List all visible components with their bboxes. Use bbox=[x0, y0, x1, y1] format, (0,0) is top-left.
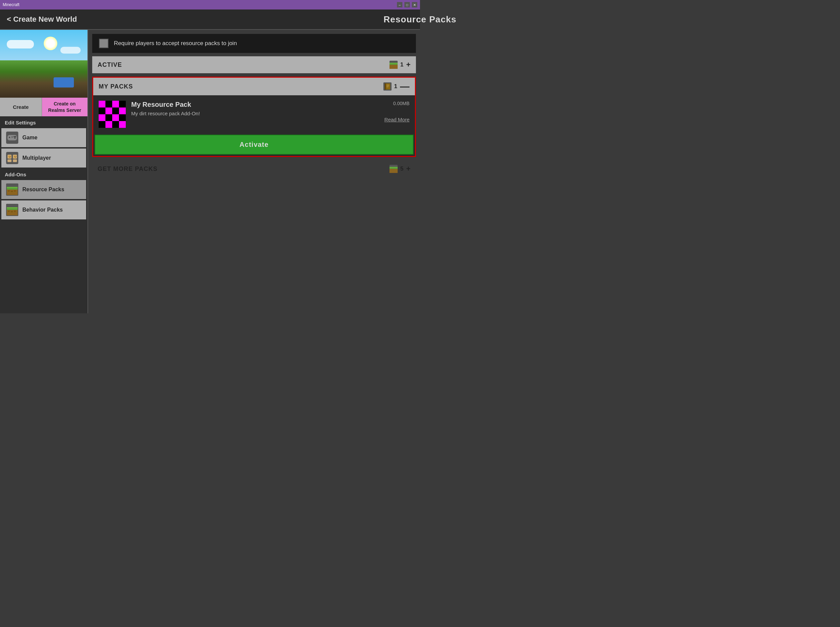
my-packs-count: 1 bbox=[394, 83, 397, 90]
svg-rect-37 bbox=[390, 65, 398, 69]
addon-item-behavior-packs[interactable]: Behavior Packs bbox=[2, 200, 86, 219]
window-controls: – □ ✕ bbox=[397, 2, 417, 8]
activate-button[interactable]: Activate bbox=[94, 135, 414, 154]
svg-rect-24 bbox=[7, 187, 17, 188]
create-realms-button[interactable]: Create onRealms Server bbox=[42, 98, 88, 116]
addon-item-resource-packs[interactable]: Resource Packs bbox=[2, 180, 86, 199]
action-buttons: Create Create onRealms Server bbox=[0, 98, 88, 116]
my-packs-header-right: 1 — bbox=[384, 82, 409, 91]
close-button[interactable]: ✕ bbox=[412, 2, 417, 8]
svg-rect-45 bbox=[99, 101, 105, 107]
world-preview bbox=[0, 30, 88, 98]
svg-rect-44 bbox=[387, 87, 389, 87]
back-button-label: < Create New World bbox=[7, 15, 77, 24]
resource-packs-label: Resource Packs bbox=[22, 186, 64, 192]
pack-name: My Resource Pack bbox=[131, 101, 191, 109]
behavior-packs-icon bbox=[6, 204, 18, 216]
svg-rect-52 bbox=[119, 107, 126, 114]
pack-size: 0.00MB bbox=[393, 101, 409, 106]
svg-point-4 bbox=[14, 136, 15, 137]
svg-rect-55 bbox=[112, 114, 119, 121]
svg-rect-56 bbox=[119, 114, 126, 121]
get-more-packs-section: GET MORE PACKS 5 + bbox=[92, 161, 416, 177]
addons-label: Add-Ons bbox=[0, 168, 88, 180]
svg-rect-57 bbox=[99, 121, 105, 128]
pack-checkerboard-icon bbox=[99, 101, 126, 128]
resource-packs-icon bbox=[6, 183, 18, 196]
create-realms-label: Create onRealms Server bbox=[48, 101, 81, 113]
my-packs-header: MY PACKS 1 — bbox=[93, 78, 415, 95]
pack-item: My Resource Pack 0.00MB My dirt resource… bbox=[93, 95, 415, 133]
my-packs-collapse-button[interactable]: — bbox=[400, 82, 409, 91]
clouds-2 bbox=[60, 47, 81, 54]
svg-rect-27 bbox=[14, 190, 16, 192]
active-header-right: 1 + bbox=[390, 60, 411, 69]
svg-rect-41 bbox=[385, 83, 386, 90]
my-packs-book-icon bbox=[384, 82, 392, 91]
right-panel: Require players to accept resource packs… bbox=[88, 30, 420, 314]
svg-rect-50 bbox=[105, 107, 112, 114]
settings-item-game[interactable]: Game bbox=[2, 128, 86, 147]
edit-settings-label: Edit Settings bbox=[0, 116, 88, 128]
settings-item-multiplayer[interactable]: Multiplayer bbox=[2, 148, 86, 167]
pack-info: My Resource Pack 0.00MB My dirt resource… bbox=[131, 101, 409, 123]
page-title: Resource Packs bbox=[384, 14, 420, 25]
svg-rect-19 bbox=[8, 159, 11, 162]
svg-rect-26 bbox=[11, 191, 13, 192]
sun bbox=[44, 36, 57, 50]
get-more-grass-icon bbox=[390, 165, 398, 173]
my-packs-title: MY PACKS bbox=[99, 83, 133, 90]
svg-rect-16 bbox=[14, 156, 15, 157]
my-packs-section: MY PACKS 1 — bbox=[92, 77, 416, 157]
controller-icon bbox=[6, 132, 18, 144]
game-label: Game bbox=[22, 135, 37, 141]
terrain bbox=[0, 60, 88, 98]
left-panel: Create Create onRealms Server Edit Setti… bbox=[0, 30, 88, 314]
main-content: Create Create onRealms Server Edit Setti… bbox=[0, 30, 420, 314]
minimize-button[interactable]: – bbox=[397, 2, 403, 8]
require-text: Require players to accept resource packs… bbox=[114, 40, 237, 47]
svg-rect-11 bbox=[9, 156, 9, 157]
clouds bbox=[7, 40, 34, 49]
svg-rect-47 bbox=[112, 101, 119, 107]
get-more-title: GET MORE PACKS bbox=[98, 165, 157, 173]
title-bar: Minecraft – □ ✕ bbox=[0, 0, 420, 9]
svg-rect-17 bbox=[16, 156, 16, 157]
svg-rect-63 bbox=[390, 169, 398, 173]
svg-rect-20 bbox=[13, 159, 17, 162]
svg-rect-58 bbox=[105, 121, 112, 128]
pack-description: My dirt resource pack Add-On! bbox=[131, 110, 200, 116]
read-more-link[interactable]: Read More bbox=[131, 117, 409, 123]
svg-rect-53 bbox=[99, 114, 105, 121]
back-button[interactable]: < Create New World bbox=[7, 15, 77, 24]
create-button[interactable]: Create bbox=[0, 98, 42, 116]
require-players-bar: Require players to accept resource packs… bbox=[92, 34, 416, 53]
svg-point-6 bbox=[14, 137, 16, 139]
svg-rect-64 bbox=[390, 167, 398, 167]
active-add-button[interactable]: + bbox=[406, 60, 411, 69]
maximize-button[interactable]: □ bbox=[404, 2, 410, 8]
multiplayer-label: Multiplayer bbox=[22, 155, 51, 161]
svg-rect-31 bbox=[7, 207, 17, 208]
behavior-packs-label: Behavior Packs bbox=[22, 207, 63, 213]
svg-rect-34 bbox=[14, 211, 16, 212]
svg-rect-43 bbox=[387, 86, 389, 86]
svg-rect-7 bbox=[11, 136, 13, 138]
active-title: ACTIVE bbox=[98, 61, 122, 68]
get-more-header-right: 5 + bbox=[390, 164, 411, 173]
svg-rect-54 bbox=[105, 114, 112, 121]
svg-rect-32 bbox=[8, 211, 9, 212]
svg-rect-48 bbox=[119, 101, 126, 107]
svg-rect-42 bbox=[387, 85, 389, 85]
svg-rect-38 bbox=[390, 63, 398, 63]
svg-rect-25 bbox=[8, 190, 9, 192]
multiplayer-icon bbox=[6, 152, 18, 164]
svg-point-5 bbox=[15, 136, 16, 137]
require-checkbox[interactable] bbox=[99, 39, 109, 48]
svg-rect-59 bbox=[112, 121, 119, 128]
svg-rect-3 bbox=[9, 137, 10, 138]
window-title: Minecraft bbox=[3, 2, 19, 7]
get-more-add-button[interactable]: + bbox=[406, 164, 411, 173]
svg-rect-46 bbox=[105, 101, 112, 107]
active-count: 1 bbox=[400, 61, 403, 68]
